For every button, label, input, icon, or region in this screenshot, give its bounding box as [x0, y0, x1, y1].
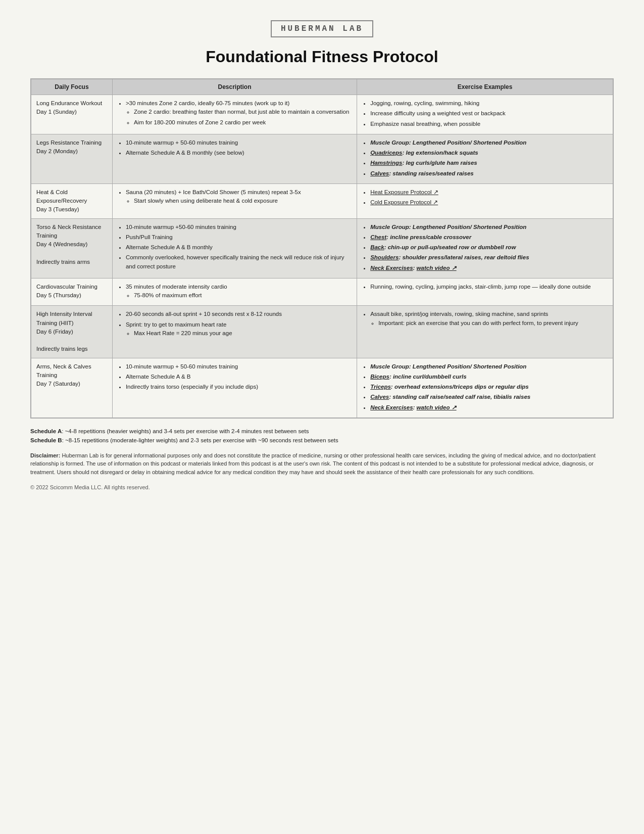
examples-cell: Heat Exposure Protocol ↗ Cold Exposure P…: [357, 183, 613, 218]
focus-cell: Arms, Neck & Calves TrainingDay 7 (Satur…: [31, 358, 112, 418]
disclaimer: Disclaimer: Huberman Lab is for general …: [30, 451, 614, 477]
schedule-b-note: Schedule B: ~8-15 repetitions (moderate-…: [30, 436, 614, 445]
focus-cell: Cardiovascular TrainingDay 5 (Thursday): [31, 278, 112, 306]
table-row: Legs Resistance TrainingDay 2 (Monday) 1…: [31, 134, 613, 183]
description-cell: 10-minute warmup + 50-60 minutes trainin…: [112, 358, 357, 418]
description-cell: 35 minutes of moderate intensity cardio …: [112, 278, 357, 306]
col-header-description: Description: [112, 79, 357, 95]
focus-cell: Heat & Cold Exposure/RecoveryDay 3 (Tues…: [31, 183, 112, 218]
examples-cell: Assault bike, sprint/jog intervals, rowi…: [357, 306, 613, 358]
examples-cell: Muscle Group: Lengthened Position/ Short…: [357, 134, 613, 183]
schedule-a-note: Schedule A: ~4-8 repetitions (heavier we…: [30, 427, 614, 436]
disclaimer-text: Disclaimer: Huberman Lab is for general …: [30, 451, 614, 477]
examples-cell: Muscle Group: Lengthened Position/ Short…: [357, 358, 613, 418]
focus-cell: Torso & Neck Resistance TrainingDay 4 (W…: [31, 218, 112, 278]
table-row: Heat & Cold Exposure/RecoveryDay 3 (Tues…: [31, 183, 613, 218]
description-cell: >30 minutes Zone 2 cardio, ideally 60-75…: [112, 95, 357, 134]
examples-cell: Jogging, rowing, cycling, swimming, hiki…: [357, 95, 613, 134]
table-row: Cardiovascular TrainingDay 5 (Thursday) …: [31, 278, 613, 306]
examples-cell: Running, rowing, cycling, jumping jacks,…: [357, 278, 613, 306]
focus-cell: Long Endurance WorkoutDay 1 (Sunday): [31, 95, 112, 134]
logo: HUBERMAN LAB: [271, 20, 373, 37]
focus-cell: High Intensity Interval Training (HIIT)D…: [31, 306, 112, 358]
table-row: Torso & Neck Resistance TrainingDay 4 (W…: [31, 218, 613, 278]
examples-cell: Muscle Group: Lengthened Position/ Short…: [357, 218, 613, 278]
page-title: Foundational Fitness Protocol: [30, 48, 614, 66]
table-row: Long Endurance WorkoutDay 1 (Sunday) >30…: [31, 95, 613, 134]
fitness-table: Daily Focus Description Exercise Example…: [30, 78, 614, 419]
table-row: Arms, Neck & Calves TrainingDay 7 (Satur…: [31, 358, 613, 418]
footnotes: Schedule A: ~4-8 repetitions (heavier we…: [30, 427, 614, 445]
logo-container: HUBERMAN LAB: [30, 20, 614, 37]
table-row: High Intensity Interval Training (HIIT)D…: [31, 306, 613, 358]
description-cell: 10-minute warmup + 50-60 minutes trainin…: [112, 134, 357, 183]
description-cell: 10-minute warmup +50-60 minutes training…: [112, 218, 357, 278]
col-header-examples: Exercise Examples: [357, 79, 613, 95]
description-cell: 20-60 seconds all-out sprint + 10 second…: [112, 306, 357, 358]
disclaimer-body: Huberman Lab is for general informationa…: [30, 452, 596, 475]
focus-cell: Legs Resistance TrainingDay 2 (Monday): [31, 134, 112, 183]
description-cell: Sauna (20 minutes) + Ice Bath/Cold Showe…: [112, 183, 357, 218]
copyright: © 2022 Scicomm Media LLC. All rights res…: [30, 484, 614, 490]
col-header-focus: Daily Focus: [31, 79, 112, 95]
disclaimer-label: Disclaimer:: [30, 452, 60, 458]
